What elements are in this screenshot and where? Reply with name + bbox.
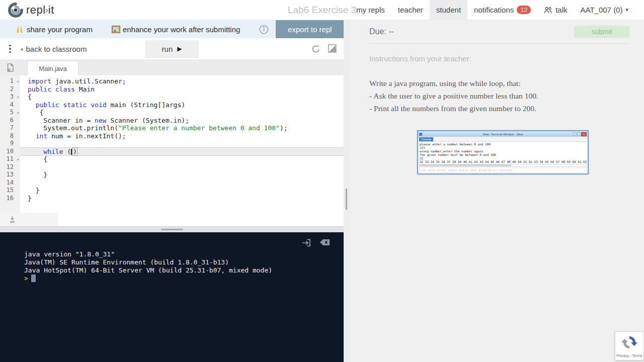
- close-icon: x: [581, 132, 587, 136]
- code-line[interactable]: 3{: [0, 93, 344, 101]
- terminal-line: The given number must be between 0 and 1…: [420, 153, 586, 156]
- code-line[interactable]: 12: [0, 163, 344, 171]
- console-line: Java(TM) SE Runtime Environment (build 1…: [24, 258, 332, 266]
- due-row: Due: -- submit: [369, 20, 629, 43]
- share-tip: share your program: [15, 25, 93, 34]
- code-line[interactable]: 6 Scanner in = new Scanner (System.in);: [0, 117, 344, 125]
- instructions-label: Instructions from your teacher:: [369, 54, 629, 63]
- terminal-scrollbar-thumb: [420, 164, 511, 166]
- kebab-menu-icon[interactable]: [0, 45, 20, 53]
- assignment-panel: Due: -- submit Instructions from your te…: [350, 20, 644, 362]
- instruction-line: - Ask the user to give a positive number…: [369, 90, 629, 103]
- terminal-title: Main: Terminal Window - Java: [483, 133, 523, 136]
- maximize-icon: [577, 132, 581, 136]
- terminal-tab: Console: [419, 137, 433, 141]
- line-number: 9: [0, 140, 20, 148]
- code-line[interactable]: 15 }: [0, 187, 344, 195]
- new-file-icon[interactable]: [0, 63, 20, 75]
- code-line[interactable]: 8 int num = in.nextInt();: [0, 132, 344, 140]
- recaptcha-badge[interactable]: Privacy - Terms: [615, 331, 644, 360]
- people-icon: [544, 7, 552, 14]
- nav-account[interactable]: AAT_007 (0) ▾: [574, 0, 635, 20]
- console-icons: [301, 238, 331, 247]
- instructions-text: Write a java program, using the while lo…: [369, 77, 629, 115]
- top-bar: repl›it Lab6 Exercise 3 my repls teacher…: [0, 0, 644, 20]
- chevron-down-icon: ▾: [625, 7, 628, 13]
- instruction-line: - Print all the numbers from the given n…: [369, 103, 629, 115]
- refresh-icon[interactable]: [311, 44, 320, 54]
- code-line[interactable]: 7 System.out.println("Please enter a num…: [0, 124, 344, 132]
- console-line: java version "1.8.0_31": [24, 250, 332, 258]
- console-output: java version "1.8.0_31"Java(TM) SE Runti…: [24, 250, 332, 274]
- nav-teacher[interactable]: teacher: [391, 0, 430, 20]
- top-nav: my repls teacher student notifications 1…: [350, 0, 644, 20]
- code-line[interactable]: 10 while (): [0, 148, 344, 156]
- workspace-panel: share your program enhance your work aft…: [0, 20, 344, 362]
- console-line: Java HotSpot(TM) 64-Bit Server VM (build…: [24, 266, 332, 275]
- code-line[interactable]: 13 }: [0, 171, 344, 179]
- line-number: 1: [0, 77, 20, 85]
- line-number: 3: [0, 93, 20, 101]
- line-number: 16: [0, 195, 20, 203]
- console[interactable]: java version "1.8.0_31"Java(TM) SE Runti…: [0, 232, 344, 362]
- code-line[interactable]: 4 public static void main (String[]args): [0, 101, 344, 109]
- vertical-splitter[interactable]: [344, 20, 350, 362]
- download-code-button[interactable]: [0, 213, 58, 226]
- code-line[interactable]: 9: [0, 140, 344, 148]
- line-number: 8: [0, 132, 20, 140]
- toolbar-icons: [311, 44, 344, 54]
- recaptcha-icon: [621, 334, 637, 350]
- info-icon[interactable]: [259, 25, 269, 34]
- vertical-splitter-handle[interactable]: [346, 189, 347, 210]
- nav-notifications[interactable]: notifications 12: [467, 0, 537, 20]
- code-line[interactable]: 5 {: [0, 109, 344, 117]
- code-line[interactable]: 1import java.util.Scanner;: [0, 77, 344, 85]
- code-line[interactable]: 16}: [0, 195, 344, 203]
- code-line[interactable]: 14: [0, 179, 344, 187]
- terminal-titlebar: Main: Terminal Window - Java x: [418, 131, 588, 137]
- terminal-status: Can only enter input while your program …: [419, 167, 587, 172]
- terminal-window-controls: x: [573, 132, 587, 136]
- framed-picture-icon: [112, 26, 120, 33]
- terminal-line: 32 33 34 35 36 37 38 39 40 41 42 43 44 4…: [420, 160, 586, 163]
- send-input-icon[interactable]: [301, 238, 311, 247]
- line-number: 14: [0, 179, 20, 187]
- back-to-classroom-link[interactable]: ◂ back to classroom: [20, 45, 87, 53]
- tab-bar: Main.java: [0, 59, 344, 75]
- replit-logo[interactable]: repl›it: [0, 3, 54, 18]
- line-number: 4: [0, 101, 20, 109]
- splitter-handle[interactable]: [161, 229, 183, 230]
- code-editor[interactable]: 1import java.util.Scanner;2public class …: [0, 75, 344, 226]
- console-cursor: [31, 275, 36, 282]
- layout-toggle-icon[interactable]: [328, 44, 337, 54]
- prompt-icon: >: [24, 275, 28, 282]
- terminal-tabrow: Console: [418, 137, 588, 142]
- submit-button[interactable]: submit: [574, 26, 629, 38]
- notification-badge: 12: [517, 6, 531, 14]
- horizontal-splitter[interactable]: [0, 226, 344, 232]
- nav-talk[interactable]: talk: [537, 0, 574, 20]
- code-line[interactable]: 11 {: [0, 155, 344, 163]
- tips-bar: share your program enhance your work aft…: [0, 20, 344, 38]
- clear-console-icon[interactable]: [319, 238, 331, 247]
- nav-student[interactable]: student: [430, 0, 467, 20]
- tab-main-java[interactable]: Main.java: [28, 61, 78, 75]
- line-number: 12: [0, 163, 20, 171]
- example-terminal-screenshot: Main: Terminal Window - Java x Console p…: [417, 130, 589, 174]
- terminal-lines: please enter a number between 0 and 1001…: [418, 142, 588, 163]
- line-number: 15: [0, 187, 20, 195]
- line-number: 2: [0, 85, 20, 94]
- line-number: 6: [0, 117, 20, 125]
- terminal-line: please enter a number between 0 and 100: [420, 142, 586, 146]
- export-to-repl-button[interactable]: export to repl: [276, 20, 344, 38]
- console-prompt-row[interactable]: >: [24, 274, 332, 282]
- line-number: 5: [0, 109, 20, 117]
- run-button[interactable]: run ▶: [145, 40, 199, 58]
- logo-text: repl›it: [26, 4, 54, 17]
- code-line[interactable]: 2public class Main: [0, 85, 344, 94]
- recaptcha-privacy-terms[interactable]: Privacy - Terms: [615, 353, 643, 358]
- line-number: 7: [0, 124, 20, 132]
- page-title: Lab6 Exercise 3: [288, 5, 356, 16]
- instruction-line: Write a java program, using the while lo…: [369, 77, 629, 90]
- minimize-icon: [573, 132, 577, 136]
